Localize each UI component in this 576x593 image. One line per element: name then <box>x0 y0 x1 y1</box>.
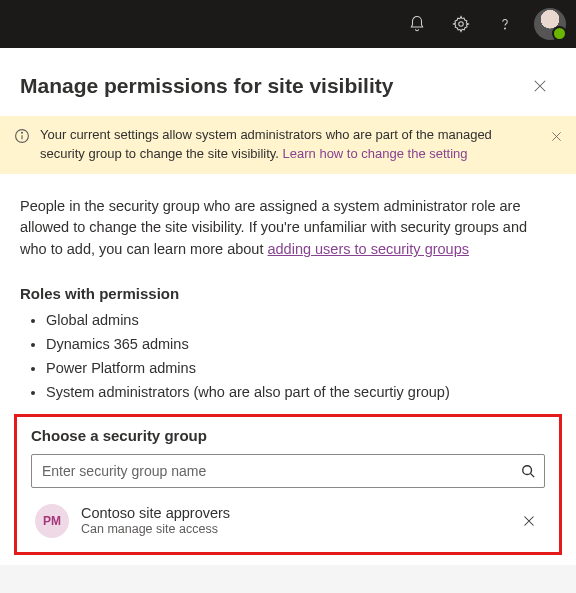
highlight-box: Choose a security group PM Contoso site … <box>14 414 562 555</box>
close-icon <box>551 131 562 142</box>
panel-header: Manage permissions for site visibility <box>20 70 556 102</box>
info-bar-text: Your current settings allow system admin… <box>40 126 536 164</box>
search-icon <box>521 464 535 478</box>
dismiss-info-button[interactable] <box>546 126 566 146</box>
security-group-search-input[interactable] <box>31 454 545 488</box>
question-icon <box>496 15 514 33</box>
group-info: Contoso site approvers Can manage site a… <box>81 505 505 536</box>
info-icon <box>14 128 30 144</box>
roles-list: Global admins Dynamics 365 admins Power … <box>20 312 556 400</box>
svg-point-1 <box>505 28 506 29</box>
role-item: Power Platform admins <box>46 360 556 376</box>
group-avatar: PM <box>35 504 69 538</box>
svg-point-5 <box>523 466 532 475</box>
bell-icon <box>408 15 426 33</box>
user-avatar[interactable] <box>534 8 566 40</box>
info-bar: Your current settings allow system admin… <box>0 116 576 174</box>
settings-button[interactable] <box>440 3 482 45</box>
roles-heading: Roles with permission <box>20 285 556 302</box>
svg-point-0 <box>459 22 464 27</box>
info-bar-link[interactable]: Learn how to change the setting <box>283 146 468 161</box>
panel-title: Manage permissions for site visibility <box>20 74 393 98</box>
close-icon <box>533 79 547 93</box>
selected-group-item: PM Contoso site approvers Can manage sit… <box>31 504 545 538</box>
close-icon <box>523 515 535 527</box>
svg-point-4 <box>22 132 23 133</box>
permissions-panel: Manage permissions for site visibility Y… <box>0 48 576 565</box>
gear-icon <box>452 15 470 33</box>
security-groups-link[interactable]: adding users to security groups <box>267 241 469 257</box>
help-button[interactable] <box>484 3 526 45</box>
top-bar <box>0 0 576 48</box>
group-description: Can manage site access <box>81 522 505 536</box>
svg-line-6 <box>531 474 535 478</box>
choose-group-heading: Choose a security group <box>31 427 545 444</box>
role-item: Dynamics 365 admins <box>46 336 556 352</box>
panel-description: People in the security group who are ass… <box>20 196 556 261</box>
role-item: System administrators (who are also part… <box>46 384 556 400</box>
role-item: Global admins <box>46 312 556 328</box>
close-panel-button[interactable] <box>524 70 556 102</box>
remove-group-button[interactable] <box>517 509 541 533</box>
group-name: Contoso site approvers <box>81 505 505 521</box>
search-wrap <box>31 454 545 488</box>
notifications-button[interactable] <box>396 3 438 45</box>
